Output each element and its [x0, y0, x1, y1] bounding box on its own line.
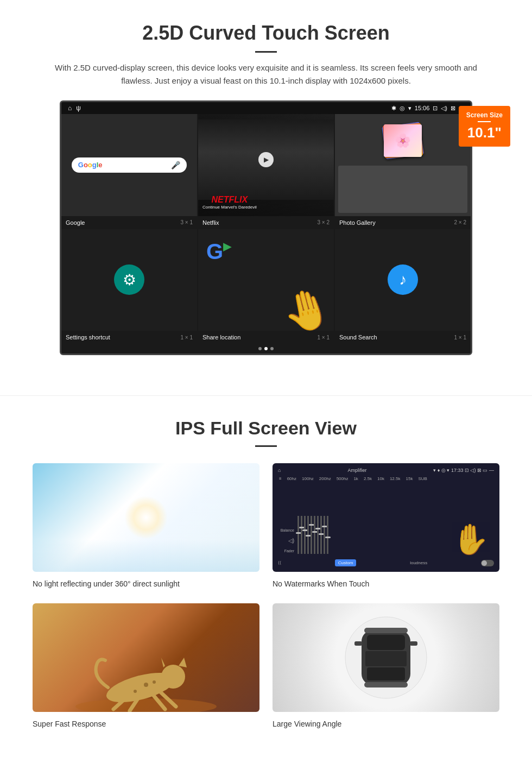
- sound-label-size: 1 × 1: [454, 335, 466, 340]
- freq-15k: 15k: [406, 476, 413, 481]
- eq-thumb-9: [322, 526, 327, 527]
- gallery-thumb-bottom: [338, 166, 467, 213]
- gallery-label-row: Photo Gallery 2 × 2: [335, 218, 471, 227]
- time-display: 15:06: [415, 105, 430, 111]
- amp-footer: ⟨⟨ Custom loudness: [277, 557, 495, 567]
- google-search-bar[interactable]: Google 🎤: [72, 157, 187, 173]
- svg-rect-20: [364, 682, 408, 687]
- share-location-cell[interactable]: G▸ 🤚: [198, 229, 334, 331]
- feature-sunlight: No light reflecting under 360° direct su…: [33, 463, 259, 590]
- cheetah-image: [33, 603, 259, 712]
- svg-rect-15: [367, 667, 405, 680]
- sound-label: Sound Search 1 × 1: [335, 333, 471, 342]
- amplifier-caption: No Watermarks When Touch: [273, 577, 499, 590]
- google-logo: Google: [78, 161, 103, 169]
- google-widget: Google 🎤: [61, 114, 197, 216]
- svg-point-6: [134, 690, 137, 693]
- section-divider: [0, 395, 532, 396]
- netflix-widget: ▶ NETFLIX Continue Marvel's Daredevil: [198, 114, 334, 216]
- svg-point-0: [75, 698, 217, 712]
- share-label-size: 1 × 1: [317, 335, 330, 340]
- netflix-play-btn[interactable]: ▶: [258, 152, 274, 167]
- section1-title: 2.5D Curved Touch Screen: [43, 22, 489, 45]
- google-label-size: 3 × 1: [180, 219, 193, 225]
- battery-icon: ⊠: [451, 105, 455, 112]
- eq-bar-7: [317, 516, 319, 554]
- device-screen: ⌂ ψ ✱ ◎ ▾ 15:06 ⊡ ◁) ⊠ ▭: [60, 100, 472, 355]
- car-image: [273, 603, 499, 712]
- gallery-stack: 🌸: [338, 117, 467, 165]
- sound-widget: ♪: [335, 229, 471, 331]
- sunlight-flare: [124, 496, 168, 539]
- settings-cell[interactable]: ⚙: [61, 229, 197, 331]
- svg-rect-18: [410, 641, 417, 646]
- amp-custom-btn[interactable]: Custom: [335, 559, 357, 566]
- freq-200: 200hz: [319, 476, 331, 481]
- eq-bar-5: [311, 516, 312, 554]
- eq-thumb-2: [299, 527, 305, 528]
- gallery-label-size: 2 × 2: [454, 219, 466, 225]
- photo-gallery-cell[interactable]: 🌸: [335, 114, 471, 216]
- netflix-widget-cell[interactable]: ▶ NETFLIX Continue Marvel's Daredevil: [198, 114, 334, 216]
- cheetah-svg: [65, 630, 227, 712]
- svg-point-2: [161, 665, 185, 689]
- google-widget-cell[interactable]: Google 🎤: [61, 114, 197, 216]
- loudness-toggle[interactable]: [481, 560, 494, 566]
- eq-thumb-3: [302, 529, 308, 531]
- amp-header: ⌂ Amplifier ▾ ♦ ◎ ▾ 17:33 ⊡ ◁) ⊠ ▭ —: [277, 468, 495, 473]
- eq-balance-label: Balance: [281, 528, 294, 532]
- toggle-knob: [482, 560, 487, 566]
- app-labels-top: Google 3 × 1 Netflix 3 × 2 Photo Gallery…: [61, 216, 471, 229]
- sound-icon: ♪: [388, 264, 418, 295]
- amp-eq-section: Balance ◁) Fader: [277, 482, 495, 557]
- feature-cheetah: Super Fast Response: [33, 603, 259, 730]
- google-label: Google 3 × 1: [61, 218, 197, 227]
- badge-size: 10.1": [466, 124, 503, 141]
- features-grid: No light reflecting under 360° direct su…: [33, 463, 499, 730]
- dot-3: [270, 347, 274, 350]
- amp-home-icon: ⌂: [278, 468, 281, 473]
- eq-thumb-7: [315, 528, 321, 529]
- usb-icon: ψ: [76, 104, 81, 112]
- freq-100: 100hz: [302, 476, 314, 481]
- freq-25k: 2.5k: [364, 476, 372, 481]
- settings-label-name: Settings shortcut: [66, 334, 110, 340]
- eq-bar-9: [324, 516, 325, 554]
- amp-loudness-label: loudness: [410, 560, 427, 565]
- camera-icon: ⊡: [433, 105, 438, 112]
- page-dots: [61, 344, 471, 354]
- maps-g-letter: G▸: [206, 237, 231, 264]
- volume-icon: ◁): [441, 105, 447, 112]
- eq-bar-10: [327, 516, 328, 554]
- freq-125k: 12.5k: [390, 476, 401, 481]
- app-grid-top: Google 🎤 ▶: [61, 114, 471, 216]
- amp-title: Amplifier: [347, 468, 366, 473]
- section-ips: IPS Full Screen View No light reflecting…: [0, 418, 532, 752]
- freq-1k: 1k: [353, 476, 358, 481]
- svg-marker-4: [161, 658, 165, 667]
- amplifier-image: ⌂ Amplifier ▾ ♦ ◎ ▾ 17:33 ⊡ ◁) ⊠ ▭ — ≡ 6…: [273, 463, 499, 572]
- eq-thumb-10: [325, 537, 331, 538]
- gallery-widget: 🌸: [335, 114, 471, 216]
- sunlight-caption: No light reflecting under 360° direct su…: [33, 577, 259, 590]
- eq-thumb-6: [312, 531, 318, 533]
- sunlight-ground: [33, 539, 259, 572]
- status-right-icons: ✱ ◎ ▾ 15:06 ⊡ ◁) ⊠ ▭: [391, 105, 464, 112]
- screen-size-badge: Screen Size 10.1": [459, 106, 510, 147]
- dot-2: [264, 347, 268, 350]
- eq-bar-8: [320, 516, 322, 554]
- status-left-icons: ⌂ ψ: [68, 104, 81, 112]
- status-bar: ⌂ ψ ✱ ◎ ▾ 15:06 ⊡ ◁) ⊠ ▭: [61, 102, 471, 114]
- sunlight-image: [33, 463, 259, 572]
- svg-point-7: [153, 680, 156, 684]
- eq-bar-2: [301, 516, 302, 554]
- eq-bar-6: [314, 516, 315, 554]
- badge-label: Screen Size: [466, 111, 503, 119]
- title-underline: [255, 51, 277, 53]
- eq-thumb-1: [296, 532, 301, 534]
- google-label-name: Google: [66, 219, 85, 226]
- pointing-hand-widget: 🤚: [277, 282, 334, 331]
- sound-search-cell[interactable]: ♪: [335, 229, 471, 331]
- settings-label-size: 1 × 1: [180, 335, 193, 340]
- amp-freq-labels: ≡ 60hz 100hz 200hz 500hz 1k 2.5k 10k 12.…: [277, 475, 495, 482]
